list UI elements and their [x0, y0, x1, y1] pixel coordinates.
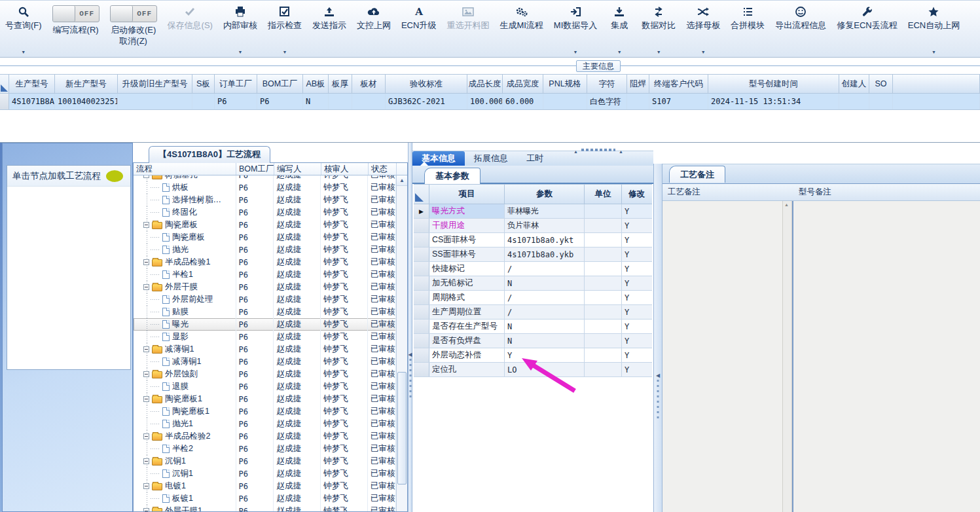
column-header[interactable]: S板: [192, 75, 215, 93]
param-modify-cell[interactable]: Y: [622, 219, 651, 232]
tree-node-cell[interactable]: 抛光1: [134, 418, 236, 430]
collapse-toggle-icon[interactable]: [143, 222, 149, 228]
param-unit-cell[interactable]: [585, 247, 622, 261]
param-row[interactable]: CS面菲林号 4s1071b8a0.ykt Y: [414, 233, 652, 247]
param-col-item[interactable]: 项目: [429, 185, 505, 204]
detail-tab[interactable]: 工时: [517, 151, 553, 166]
tree-node-cell[interactable]: 选择性树脂…: [134, 194, 236, 206]
collapse-toggle-icon[interactable]: [143, 346, 149, 352]
tree-col-bom[interactable]: BOM工厂: [236, 163, 274, 175]
param-value-cell[interactable]: N: [505, 320, 585, 333]
tree-node-cell[interactable]: 板镀1: [134, 492, 236, 505]
detail-tab[interactable]: 拓展信息: [465, 151, 517, 166]
param-row[interactable]: 是否存在生产型号 N Y: [414, 320, 652, 334]
collapse-toggle-icon[interactable]: [143, 259, 149, 265]
toolbar-button[interactable]: ECN自动上网: [903, 3, 965, 56]
table-row[interactable]: 4S1071B8A010010400232515P6P6NGJB362C-202…: [0, 94, 980, 110]
collapse-toggle-icon[interactable]: [143, 371, 149, 377]
param-value-cell[interactable]: N: [505, 276, 585, 290]
tree-row[interactable]: 曝光 P6 赵成捷 钟梦飞 已审核: [134, 318, 396, 331]
splitter-collapse-icon[interactable]: [656, 368, 660, 380]
tree-row[interactable]: 外层干膜1 P6 赵成捷 钟梦飞 已审核: [134, 505, 396, 511]
param-modify-cell[interactable]: Y: [622, 276, 651, 290]
param-item-cell[interactable]: SS面菲林号: [429, 247, 505, 261]
param-unit-cell[interactable]: [585, 204, 622, 218]
param-item-cell[interactable]: 外层动态补偿: [429, 348, 505, 362]
param-modify-cell[interactable]: Y: [622, 363, 651, 376]
tree-row[interactable]: 抛光1 P6 赵成捷 钟梦飞 已审核: [134, 418, 396, 430]
param-value-cell[interactable]: 菲林曝光: [505, 204, 585, 218]
param-unit-cell[interactable]: [585, 305, 622, 319]
tree-col-auditor[interactable]: 核审人: [321, 163, 369, 175]
tree-node-cell[interactable]: 退膜: [134, 380, 236, 393]
tree-node-cell[interactable]: 陶瓷磨板1: [134, 393, 236, 405]
param-item-cell[interactable]: 加无铅标记: [429, 276, 505, 290]
column-header[interactable]: PNL规格: [543, 75, 587, 93]
collapse-toggle-icon[interactable]: [143, 483, 149, 489]
column-header[interactable]: 型号创建时间: [708, 75, 839, 93]
collapse-toggle-icon[interactable]: [143, 433, 149, 439]
param-row[interactable]: 快捷标记 / Y: [414, 262, 652, 276]
toolbar-button[interactable]: 发送指示: [307, 3, 352, 56]
param-col-value[interactable]: 参数: [505, 185, 585, 204]
param-corner-cell[interactable]: [414, 185, 429, 204]
column-header[interactable]: 板厚: [329, 75, 352, 93]
tree-row[interactable]: 陶瓷磨板 P6 赵成捷 钟梦飞 已审核: [134, 219, 396, 231]
param-value-cell[interactable]: N: [505, 334, 585, 348]
param-row[interactable]: 干膜用途 负片菲林 Y: [414, 219, 652, 233]
detail-tab[interactable]: 基本信息: [412, 151, 465, 166]
tree-row[interactable]: 外层干膜 P6 赵成捷 钟梦飞 已审核: [134, 281, 396, 293]
dropdown-arrow-icon[interactable]: [617, 48, 622, 54]
tree-col-flow[interactable]: 流程: [134, 163, 236, 175]
column-header[interactable]: 订单工厂: [215, 75, 257, 93]
column-header[interactable]: 终端客户代码: [649, 75, 708, 93]
tree-row[interactable]: 板镀1 P6 赵成捷 钟梦飞 已审核: [134, 492, 396, 505]
toolbar-button[interactable]: A ECN升级: [396, 3, 441, 56]
collapse-toggle-icon[interactable]: [143, 396, 149, 402]
tree-node-cell[interactable]: 陶瓷磨板: [134, 231, 236, 244]
param-value-cell[interactable]: /: [505, 291, 585, 304]
tree-node-cell[interactable]: 外层前处理: [134, 293, 236, 306]
tree-node-cell[interactable]: 陶瓷磨板1: [134, 405, 236, 418]
param-value-cell[interactable]: 4s1071b8a0.ykb: [505, 247, 585, 261]
param-modify-cell[interactable]: Y: [622, 262, 651, 276]
tree-row[interactable]: 电镀1 P6 赵成捷 钟梦飞 已审核: [134, 480, 396, 492]
param-unit-cell[interactable]: [585, 363, 622, 376]
param-unit-cell[interactable]: [585, 334, 622, 348]
horizontal-splitter-grip[interactable]: [573, 144, 623, 156]
tree-node-cell[interactable]: 外层干膜: [134, 281, 236, 293]
toolbar-button[interactable]: 选择母板: [681, 3, 725, 56]
toolbar-button[interactable]: 重选开料图: [441, 3, 494, 56]
tree-node-cell[interactable]: 显影: [134, 331, 236, 343]
toolbar-button[interactable]: 修复ECN丢流程: [831, 3, 902, 56]
column-header[interactable]: AB板: [303, 75, 329, 93]
tree-node-cell[interactable]: 减薄铜1: [134, 356, 236, 368]
dropdown-arrow-icon[interactable]: [573, 48, 578, 54]
tree-node-cell[interactable]: 陶瓷磨板: [134, 219, 236, 231]
param-unit-cell[interactable]: [585, 276, 622, 290]
model-remark-area[interactable]: [792, 201, 980, 512]
param-unit-cell[interactable]: [585, 262, 622, 276]
table-corner-cell[interactable]: [0, 75, 9, 93]
tree-col-status[interactable]: 状态: [369, 163, 397, 175]
param-modify-cell[interactable]: Y: [622, 247, 651, 261]
column-header[interactable]: SO: [869, 75, 893, 93]
dropdown-arrow-icon[interactable]: [932, 48, 936, 54]
param-item-cell[interactable]: 曝光方式: [429, 204, 505, 218]
toolbar-button[interactable]: 保存信息(S): [162, 3, 218, 56]
scrollbar-thumb[interactable]: [397, 372, 407, 485]
tree-row[interactable]: 外层蚀刻 P6 赵成捷 钟梦飞 已审核: [134, 368, 396, 380]
tree-node-cell[interactable]: 电镀1: [134, 480, 236, 492]
param-row[interactable]: 是否有负焊盘 N Y: [414, 334, 652, 348]
tree-row[interactable]: 外层前处理 P6 赵成捷 钟梦飞 已审核: [134, 293, 396, 306]
tree-row[interactable]: 沉铜1 P6 赵成捷 钟梦飞 已审核: [134, 467, 396, 480]
param-row[interactable]: 生产周期位置 / Y: [414, 305, 652, 320]
column-header[interactable]: 阻焊: [627, 75, 649, 93]
toolbar-button[interactable]: OFF 启动修改(E) 取消(Z): [105, 3, 162, 56]
column-header[interactable]: 生产型号: [9, 75, 55, 93]
param-item-cell[interactable]: 是否存在生产型号: [429, 320, 505, 333]
tree-row[interactable]: 陶瓷磨板1 P6 赵成捷 钟梦飞 已审核: [134, 393, 396, 405]
param-unit-cell[interactable]: [585, 348, 622, 362]
tree-row[interactable]: 陶瓷磨板1 P6 赵成捷 钟梦飞 已审核: [134, 405, 396, 418]
toggle-switch[interactable]: OFF: [52, 5, 100, 22]
